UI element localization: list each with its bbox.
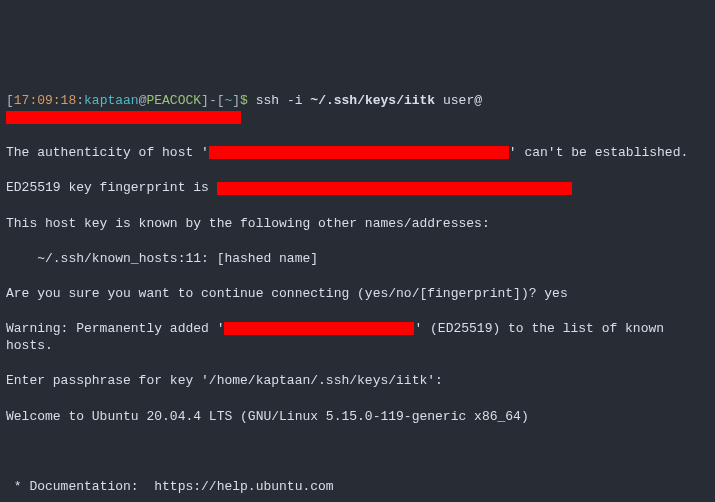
ssh-keyfile: ~/.ssh/keys/iitk bbox=[310, 93, 435, 108]
doc-line: * Documentation: https://help.ubuntu.com bbox=[6, 478, 709, 496]
known-hosts-line: ~/.ssh/known_hosts:11: [hashed name] bbox=[6, 250, 709, 268]
warning-line: Warning: Permanently added '' (ED25519) … bbox=[6, 320, 709, 355]
blank-line bbox=[6, 443, 709, 461]
known-names-line: This host key is known by the following … bbox=[6, 215, 709, 233]
prompt-time: 17:09:18 bbox=[14, 93, 76, 108]
ssh-user-at: user@ bbox=[435, 93, 482, 108]
ssh-command-pre: ssh -i bbox=[256, 93, 311, 108]
passphrase-line: Enter passphrase for key '/home/kaptaan/… bbox=[6, 372, 709, 390]
prompt-line-1: [17:09:18:kaptaan@PEACOCK]-[~]$ ssh -i ~… bbox=[6, 92, 709, 127]
confirm-line: Are you sure you want to continue connec… bbox=[6, 285, 709, 303]
redacted-host bbox=[6, 111, 241, 124]
authenticity-line: The authenticity of host '' can't be est… bbox=[6, 144, 709, 162]
prompt-symbol: $ bbox=[240, 93, 248, 108]
redacted-host-2 bbox=[209, 146, 509, 159]
redacted-added-host bbox=[224, 322, 414, 335]
prompt-user: kaptaan bbox=[84, 93, 139, 108]
redacted-fingerprint bbox=[217, 182, 572, 195]
terminal-output[interactable]: [17:09:18:kaptaan@PEACOCK]-[~]$ ssh -i ~… bbox=[6, 74, 709, 502]
prompt-host: PEACOCK bbox=[146, 93, 201, 108]
fingerprint-line: ED25519 key fingerprint is bbox=[6, 179, 709, 197]
welcome-line: Welcome to Ubuntu 20.04.4 LTS (GNU/Linux… bbox=[6, 408, 709, 426]
